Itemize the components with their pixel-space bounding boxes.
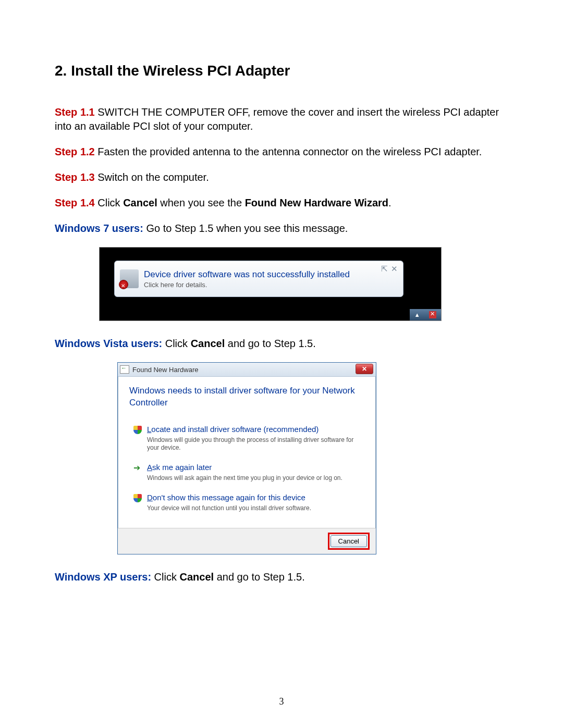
- xp-bold: Cancel: [180, 571, 214, 583]
- system-tray: ▲: [410, 309, 441, 320]
- step-bold: Found New Hardware Wizard: [245, 197, 388, 208]
- balloon-close-icon[interactable]: ✕: [391, 264, 398, 274]
- dialog-heading: Windows needs to install driver software…: [129, 385, 364, 409]
- dialog-titlebar: Found New Hardware ✕: [118, 363, 376, 377]
- notification-balloon[interactable]: Device driver software was not successfu…: [114, 261, 403, 297]
- xp-text: Click: [151, 571, 179, 583]
- vista-label: Windows Vista users:: [55, 338, 162, 349]
- balloon-title: Device driver software was not successfu…: [144, 269, 381, 280]
- step-text: SWITCH THE COMPUTER OFF, remove the cove…: [55, 106, 499, 132]
- step-label: Step 1.1: [55, 106, 95, 118]
- balloon-subtitle: Click here for details.: [144, 281, 381, 289]
- option-title: Don't show this message again for this d…: [147, 493, 305, 502]
- tray-arrow-icon[interactable]: ▲: [414, 312, 420, 318]
- section-heading: 2. Install the Wireless PCI Adapter: [55, 63, 508, 79]
- step-text: .: [388, 197, 391, 208]
- step-text: Fasten the provided antenna to the anten…: [95, 146, 482, 157]
- step-bold: Cancel: [123, 197, 157, 208]
- balloon-tool-icon[interactable]: ⇱: [381, 264, 388, 274]
- option-dont-show[interactable]: Don't show this message again for this d…: [133, 493, 364, 513]
- dialog-title: Found New Hardware: [132, 366, 198, 374]
- cancel-highlight: Cancel: [328, 533, 370, 550]
- step-label: Step 1.4: [55, 197, 95, 208]
- xp-note: Windows XP users: Click Cancel and go to…: [55, 570, 508, 584]
- step-1-2: Step 1.2 Fasten the provided antenna to …: [55, 145, 508, 159]
- vista-bold: Cancel: [191, 338, 225, 349]
- shield-icon: [133, 494, 142, 502]
- step-text: when you see the: [157, 197, 245, 208]
- option-desc: Your device will not function until you …: [147, 504, 364, 513]
- step-label: Step 1.3: [55, 171, 95, 183]
- option-desc: Windows will ask again the next time you…: [147, 474, 364, 483]
- step-label: Step 1.2: [55, 146, 95, 157]
- step-text: Click: [95, 197, 123, 208]
- arrow-icon: [133, 464, 142, 472]
- option-desc: Windows will guide you through the proce…: [147, 436, 364, 452]
- vista-note: Windows Vista users: Click Cancel and go…: [55, 337, 508, 351]
- hardware-icon: [120, 365, 129, 374]
- win7-label: Windows 7 users:: [55, 223, 143, 234]
- close-button[interactable]: ✕: [356, 364, 373, 374]
- xp-text: and go to Step 1.5.: [214, 571, 305, 583]
- step-text: Switch on the computer.: [95, 171, 209, 183]
- cancel-button[interactable]: Cancel: [331, 535, 367, 547]
- option-title: Ask me again later: [147, 463, 212, 472]
- tray-error-icon[interactable]: [429, 311, 436, 318]
- step-1-4: Step 1.4 Click Cancel when you see the F…: [55, 196, 508, 210]
- win7-note: Windows 7 users: Go to Step 1.5 when you…: [55, 221, 508, 236]
- win7-text: Go to Step 1.5 when you see this message…: [143, 223, 348, 234]
- vista-dialog: Found New Hardware ✕ Windows needs to in…: [117, 362, 376, 554]
- option-locate-install[interactable]: Locate and install driver software (reco…: [133, 425, 364, 452]
- vista-text: Click: [162, 338, 190, 349]
- shield-icon: [133, 426, 142, 434]
- device-error-icon: [120, 269, 139, 288]
- option-ask-later[interactable]: Ask me again later Windows will ask agai…: [133, 463, 364, 483]
- page-number: 3: [279, 696, 284, 707]
- dialog-footer: Cancel: [118, 528, 376, 554]
- option-title: Locate and install driver software (reco…: [147, 425, 319, 434]
- xp-label: Windows XP users:: [55, 571, 151, 583]
- step-1-1: Step 1.1 SWITCH THE COMPUTER OFF, remove…: [55, 105, 508, 133]
- win7-screenshot: Device driver software was not successfu…: [99, 247, 442, 321]
- step-1-3: Step 1.3 Switch on the computer.: [55, 170, 508, 184]
- vista-text: and go to Step 1.5.: [225, 338, 316, 349]
